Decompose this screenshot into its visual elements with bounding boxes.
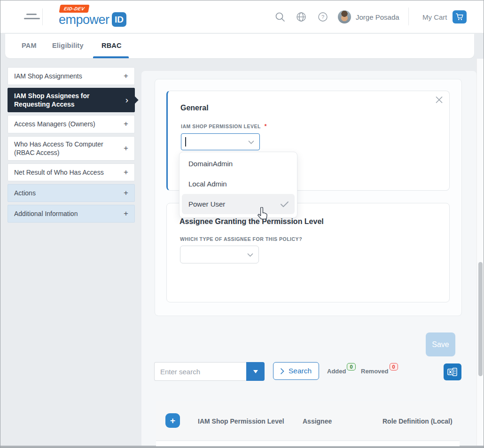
cart-button[interactable] [453,10,467,23]
cart-icon [456,13,464,21]
search-input[interactable] [154,362,246,381]
sidebar: IAM Shop Assignments + IAM Shop Assignee… [8,67,135,225]
sidebar-item-label: Net Result of Who Has Access [14,168,104,177]
empowerid-logo[interactable]: EID-DEV empower ID [56,3,131,31]
menu-icon[interactable] [24,13,41,21]
save-button[interactable]: Save [426,332,455,356]
expand-plus-icon: + [124,71,128,81]
expand-plus-icon: + [124,143,128,154]
search-icon[interactable] [275,12,285,22]
check-icon [281,201,289,207]
column-header-assignee: Assignee [303,417,332,425]
label-text: IAM SHOP PERMISSION LEVEL [181,124,261,129]
brand-name: empower [59,13,109,27]
permission-level-label: IAM SHOP PERMISSION LEVEL* [181,123,267,130]
required-asterisk: * [265,123,267,130]
option-power-user[interactable]: Power User [182,194,295,214]
sidebar-item-iam-shop-assignments[interactable]: IAM Shop Assignments + [8,67,135,85]
tab-rbac[interactable]: RBAC [101,42,122,49]
general-section-title: General [180,104,209,112]
sidebar-item-who-has-access[interactable]: Who Has Access To Computer (RBAC Access)… [8,136,135,161]
svg-text:?: ? [321,14,324,20]
permission-level-combobox[interactable] [181,133,260,150]
header-divider [408,8,409,25]
sidebar-item-label: Access Managers (Owners) [14,120,95,128]
chevron-down-icon [248,138,254,146]
column-header-permission-level: IAM Shop Permission Level [198,417,284,425]
sidebar-item-net-result[interactable]: Net Result of Who Has Access + [8,163,135,181]
search-button[interactable]: Search [273,362,319,380]
expand-plus-icon: + [124,119,128,129]
sidebar-item-actions[interactable]: Actions + [8,184,135,202]
added-count-badge: 0 [347,363,355,371]
active-tab-underline [93,56,129,58]
table-row [156,441,460,446]
empowerid-rbac-page: EID-DEV empower ID ? Jorge Posada My Car… [0,0,484,448]
option-label: Local Admin [188,180,227,188]
sidebar-item-label: IAM Shop Assignees for Requesting Access [14,92,122,108]
search-button-label: Search [289,367,312,375]
header-divider [42,8,43,25]
assignees-table: + IAM Shop Permission Level Assignee Rol… [156,401,460,446]
assignee-section-title: Assignee Granting the Permission Level [180,217,324,226]
sidebar-item-additional-information[interactable]: Additional Information + [8,205,135,223]
triangle-down-icon [253,370,258,373]
sidebar-item-label: Who Has Access To Computer (RBAC Access) [14,140,120,157]
environment-badge: EID-DEV [59,5,90,13]
tab-pam[interactable]: PAM [22,42,37,49]
permission-level-dropdown: DomainAdmin Local Admin Power User [179,152,297,218]
option-local-admin[interactable]: Local Admin [182,174,295,194]
sidebar-item-iam-shop-assignees[interactable]: IAM Shop Assignees for Requesting Access… [8,88,135,112]
close-button[interactable] [433,95,445,106]
assignee-type-label: WHICH TYPE OF ASSIGNEE FOR THIS POLICY? [180,236,302,242]
vertical-scrollbar-track[interactable] [476,59,484,446]
option-domainadmin[interactable]: DomainAdmin [182,154,295,174]
hand-cursor [257,207,267,222]
expand-plus-icon: + [124,167,128,178]
user-avatar[interactable] [338,10,351,23]
sidebar-item-label: Additional Information [14,209,78,218]
chevron-down-icon [247,250,253,259]
table-header-row: + IAM Shop Permission Level Assignee Rol… [156,401,460,441]
help-icon[interactable]: ? [318,12,328,22]
assignee-type-combobox[interactable] [180,246,259,263]
expand-plus-icon: + [124,188,128,198]
top-header: EID-DEV empower ID ? Jorge Posada My Car… [0,0,484,33]
sidebar-item-access-managers[interactable]: Access Managers (Owners) + [8,115,135,133]
add-assignment-button[interactable]: + [165,413,180,428]
option-label: DomainAdmin [188,160,233,168]
added-label: Added [327,368,346,375]
search-scope-dropdown-button[interactable] [246,362,265,381]
export-excel-button[interactable] [444,363,461,380]
section-tabbar: PAM Eligibility RBAC [5,34,474,58]
removed-count-badge: 0 [390,363,398,371]
column-header-role-definition: Role Definition (Local) [383,417,453,425]
close-icon [435,96,443,104]
option-label: Power User [188,200,225,208]
removed-counter: Removed 0 [361,363,398,375]
globe-icon[interactable] [296,12,306,22]
sidebar-item-label: IAM Shop Assignments [14,72,82,80]
vertical-scrollbar-thumb[interactable] [478,262,483,376]
user-name[interactable]: Jorge Posada [356,13,399,21]
expand-plus-icon: + [124,209,128,219]
my-cart-label[interactable]: My Cart [422,13,447,21]
excel-icon [447,367,458,377]
sidebar-item-label: Actions [14,189,36,197]
tab-eligibility[interactable]: Eligibility [52,42,84,49]
brand-id-mark: ID [112,12,126,27]
removed-label: Removed [361,368,389,375]
added-counter: Added 0 [327,363,356,375]
text-caret [185,137,186,147]
chevron-right-icon [281,368,284,374]
